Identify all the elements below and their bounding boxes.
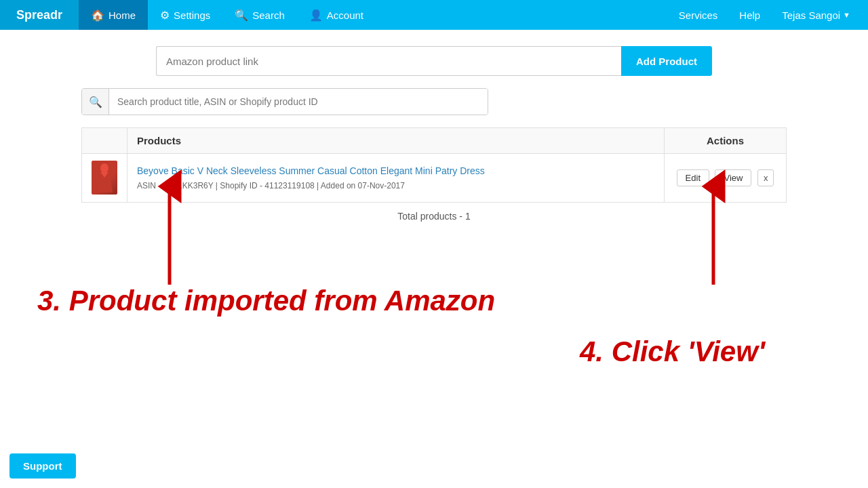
delete-button[interactable]: x: [757, 169, 774, 186]
nav-services[interactable]: Services: [669, 0, 728, 30]
annotation-step3: 3. Product imported from Amazon: [37, 285, 495, 317]
nav-search[interactable]: 🔍 Search: [222, 0, 297, 30]
product-search-row: 🔍: [81, 88, 488, 115]
nav-home[interactable]: 🏠 Home: [79, 0, 148, 30]
view-button[interactable]: View: [715, 169, 751, 186]
home-icon: 🏠: [91, 9, 104, 22]
nav-user[interactable]: Tejas Sangoi ▼: [772, 0, 860, 30]
product-actions-cell: Edit View x: [665, 154, 787, 203]
amazon-link-input[interactable]: [156, 46, 621, 76]
product-thumbnail-cell: [82, 154, 127, 203]
product-search-input[interactable]: [109, 89, 488, 115]
search-icon: 🔍: [89, 96, 102, 108]
navbar-right: Services Help Tejas Sangoi ▼: [669, 0, 860, 30]
account-icon: 👤: [309, 9, 323, 22]
col-actions: Actions: [665, 128, 787, 154]
col-thumbnail: [82, 128, 127, 154]
add-product-row: Add Product: [156, 46, 712, 76]
main-content: Add Product 🔍 Products Actions: [0, 30, 868, 238]
annotation-step4: 4. Click 'View': [580, 336, 765, 368]
svg-point-0: [100, 163, 108, 173]
navbar-left: 🏠 Home ⚙ Settings 🔍 Search 👤 Account: [79, 0, 669, 30]
settings-icon: ⚙: [160, 9, 170, 22]
services-label: Services: [679, 9, 718, 21]
product-thumbnail: [92, 161, 117, 195]
search-icon: 🔍: [235, 9, 248, 22]
nav-home-label: Home: [108, 9, 136, 21]
col-products: Products: [127, 128, 665, 154]
product-details-cell: Beyove Basic V Neck Sleeveless Summer Ca…: [127, 154, 665, 203]
dress-icon: [95, 163, 114, 192]
nav-account-label: Account: [327, 9, 363, 21]
products-table: Products Actions Beyove B: [81, 127, 787, 203]
nav-account[interactable]: 👤 Account: [297, 0, 376, 30]
user-label: Tejas Sangoi: [782, 9, 840, 21]
edit-button[interactable]: Edit: [677, 169, 709, 186]
nav-settings[interactable]: ⚙ Settings: [148, 0, 222, 30]
navbar: Spreadr 🏠 Home ⚙ Settings 🔍 Search 👤 Acc…: [0, 0, 868, 30]
support-button[interactable]: Support: [9, 453, 76, 479]
product-title-link[interactable]: Beyove Basic V Neck Sleeveless Summer Ca…: [137, 165, 654, 176]
dropdown-icon: ▼: [843, 11, 850, 19]
help-label: Help: [739, 9, 760, 21]
product-meta: ASIN - B071KK3R6Y | Shopify ID - 4112311…: [137, 181, 405, 190]
nav-search-label: Search: [252, 9, 285, 21]
total-products-label: Total products - 1: [81, 211, 787, 222]
search-submit-button[interactable]: 🔍: [82, 89, 109, 115]
nav-settings-label: Settings: [174, 9, 210, 21]
add-product-button[interactable]: Add Product: [621, 46, 712, 76]
nav-help[interactable]: Help: [730, 0, 770, 30]
table-row: Beyove Basic V Neck Sleeveless Summer Ca…: [82, 154, 787, 203]
brand-logo[interactable]: Spreadr: [0, 0, 79, 30]
